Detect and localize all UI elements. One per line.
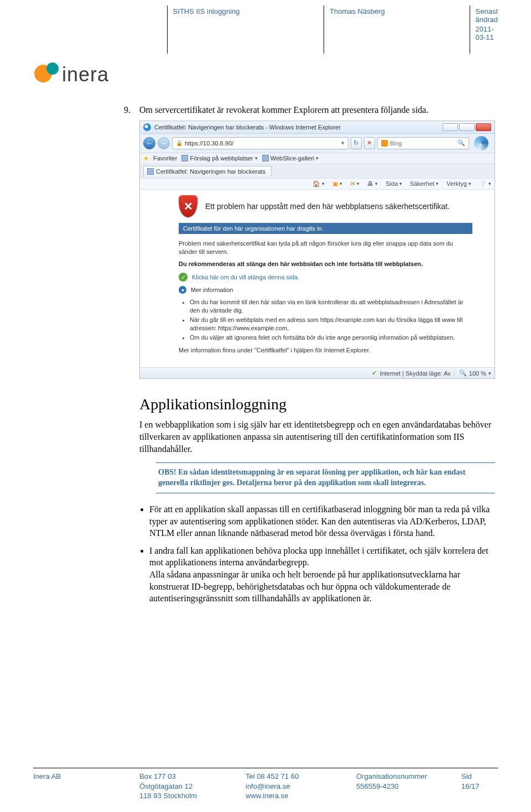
tab-certificate-error[interactable]: Certifikatfel: Navigeringen har blockera… [143,166,272,176]
fav-webslice-gallery[interactable]: WebSlice-galleri▾ [262,155,319,162]
maximize-button[interactable] [459,123,475,131]
print-icon: 🖶 [367,180,373,187]
ie-screenshot: Certifikatfel: Navigeringen har blockera… [139,121,495,379]
page-header: SITHS IIS inloggning Thomas Näsberg Sena… [33,6,498,54]
info-bullet-1: Om du har kommit till den här sidan via … [190,298,472,315]
fav-suggested-sites[interactable]: Förslag på webbplatser▾ [181,155,257,162]
tools-menu[interactable]: Verktyg▾ [446,180,471,187]
header-col-logo-area [33,6,168,54]
info-bullet-2: När du går till en webbplats med en adre… [190,316,472,332]
home-button[interactable]: 🏠▾ [313,180,325,188]
stop-button[interactable]: ✕ [364,137,375,149]
more-info-text: Mer information [191,287,233,293]
forward-button[interactable]: → [158,137,170,149]
page-menu[interactable]: Sida▾ [386,180,402,187]
minimize-button[interactable] [442,123,458,131]
chevron-down-icon: ▾ [179,286,186,294]
bullet-item-1: För att en applikation skall anpassas ti… [149,503,495,539]
step-number: 9. [124,105,139,116]
check-icon: ✓ [179,273,188,282]
note-block: OBS! En sådan identitetsmappning är en s… [156,462,495,493]
logo-mark-icon [33,61,60,88]
mail-button[interactable]: ✉▾ [350,180,360,188]
zoom-level: 100 % [469,370,486,377]
security-menu[interactable]: Säkerhet▾ [410,180,439,187]
search-input[interactable]: Bing 🔍 [377,137,469,149]
header-author: Thomas Näsberg [324,6,470,54]
status-bar: ✔ Internet | Skyddat läge: Av 🔍 100 % ▾ [140,367,494,378]
favorites-label: Favoriter [153,155,177,162]
error-page-body: ✕ Ett problem har uppstått med den här w… [140,190,494,368]
page-icon [147,168,154,175]
logo-text: inera [62,63,109,86]
feeds-button[interactable]: ▣▾ [332,180,342,188]
help-button[interactable]: ❔▾ [479,180,491,188]
close-page-link[interactable]: ✓ Klicka här om du vill stänga denna sid… [179,273,472,282]
favorites-bar: ★ Favoriter Förslag på webbplatser▾ WebS… [140,153,494,164]
zone-icon: ✔ [372,369,377,377]
lock-icon: 🔒 [176,140,183,146]
page-icon [181,155,188,162]
feed-icon: ▣ [332,180,338,188]
info-bullet-3: Om du väljer att ignorera felet och fort… [190,334,472,342]
footer-company: Inera AB [33,772,139,801]
window-title: Certifikatfel: Navigeringen har blockera… [154,124,341,131]
bullet-item-2: I andra fall kan applikationen behöva pl… [149,545,495,605]
header-modified-label: Senast ändrad [476,7,498,24]
bing-icon [381,140,388,147]
ie-icon [143,123,151,131]
close-button[interactable] [476,123,491,131]
help-icon: ❔ [479,180,487,188]
print-button[interactable]: 🖶▾ [367,180,378,187]
error-paragraph-3: Mer information finns under "Certifikatf… [179,346,472,355]
address-bar-row: ← → 🔒 https://10.30.8.90/ ▾ ↻ ✕ Bing 🔍 [140,134,494,153]
zoom-icon: 🔍 [459,369,467,377]
status-zone-text: Internet | Skyddat läge: Av [380,370,451,377]
search-placeholder: Bing [390,140,402,147]
ie-branding-icon [471,136,491,150]
home-icon: 🏠 [313,180,320,188]
section-intro: I en webbapplikation som i sig själv har… [139,419,495,455]
addr-dropdown-icon[interactable]: ▾ [341,139,345,147]
numbered-step-9: 9. Om servercertifikatet är revokerat ko… [124,105,495,116]
footer-page-number: Sid 16/17 [461,772,498,801]
header-modified: Senast ändrad 2011-03-11 [470,6,498,54]
window-titlebar: Certifikatfel: Navigeringen har blockera… [140,121,494,134]
footer-contact: Tel 08 452 71 60 info@inera.se www.inera… [246,772,356,801]
error-title: Ett problem har uppstått med den här web… [205,202,450,211]
more-info-link[interactable]: ▾ Mer information [179,286,472,294]
section-title: Applikationsinloggning [139,395,495,413]
command-bar: 🏠▾ ▣▾ ✉▾ 🖶▾ Sida▾ Säkerhet▾ Verktyg▾ ❔▾ [140,179,494,190]
bullet-list: För att en applikation skall anpassas ti… [149,503,495,605]
page-icon [262,155,269,162]
logo: inera [33,61,498,88]
back-button[interactable]: ← [143,137,155,149]
revoked-notice: Certifikatet för den här organisationen … [179,223,472,234]
error-paragraph-1: Problem med säkerhetscertifikat kan tyda… [179,240,472,256]
step-text: Om servercertifikatet är revokerat komme… [139,105,495,116]
close-link-text: Klicka här om du vill stänga denna sida. [192,274,299,280]
footer-org: Organisationsnummer 556559-4230 [356,772,461,801]
mail-icon: ✉ [350,180,355,188]
tab-title: Certifikatfel: Navigeringen har blockera… [156,168,266,175]
header-modified-date: 2011-03-11 [476,25,498,41]
url-text: https://10.30.8.90/ [185,140,233,147]
shield-error-icon: ✕ [179,195,197,217]
address-input[interactable]: 🔒 https://10.30.8.90/ ▾ [172,137,348,149]
header-doc-title: SITHS IIS inloggning [168,6,324,54]
more-info-list: Om du har kommit till den här sidan via … [190,298,472,341]
tab-bar: Certifikatfel: Navigeringen har blockera… [140,164,494,179]
footer-address: Box 177 03 Östgötagatan 12 118 93 Stockh… [139,772,246,801]
favorites-star-icon[interactable]: ★ [143,155,149,162]
page-footer: Inera AB Box 177 03 Östgötagatan 12 118 … [33,768,498,801]
search-icon[interactable]: 🔍 [457,139,465,147]
refresh-button[interactable]: ↻ [351,137,362,149]
error-paragraph-2: Du rekommenderas att stänga den här webb… [179,260,472,268]
